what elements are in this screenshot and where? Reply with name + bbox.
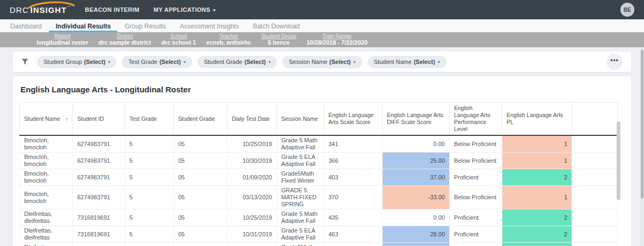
filter-pill-student-name[interactable]: Student Name(Select)▾ bbox=[368, 56, 447, 68]
cell-scale: 501 bbox=[324, 243, 383, 246]
drc-insight-logo[interactable]: DRC INSIGHT™ bbox=[10, 5, 71, 15]
tab-assessment-insights[interactable]: Assessment Insights bbox=[173, 19, 246, 32]
cell-scale: 366 bbox=[324, 153, 383, 169]
cell-spacer bbox=[572, 186, 618, 209]
table-row: Bmocloh, bmocloh627498379150501/09/2020G… bbox=[20, 169, 618, 186]
chevron-down-icon: ▾ bbox=[184, 60, 186, 64]
filter-pill-test-grade[interactable]: Test Grade(Select)▾ bbox=[122, 56, 192, 68]
column-header-pl[interactable]: English Language Arts PL bbox=[502, 103, 572, 136]
cell-diff: 37.00 bbox=[383, 169, 450, 186]
window-scrollbar-track[interactable] bbox=[640, 47, 644, 246]
context-item-district: Districtdrc sample district bbox=[99, 33, 151, 46]
filter-pills: Student Group(Select)▾Test Grade(Select)… bbox=[37, 56, 452, 68]
cell-name: Bmocloh, bmocloh bbox=[20, 186, 73, 209]
context-value: longitudinal roster bbox=[36, 39, 89, 46]
filter-pill-student-grade[interactable]: Student Grade(Select)▾ bbox=[197, 56, 277, 68]
cell-id: 7316819691 bbox=[73, 226, 125, 243]
cell-id: 6274983791 bbox=[73, 186, 125, 209]
cell-session: Grade5Math Fixed Winter bbox=[277, 169, 324, 186]
cell-test-grade: 5 bbox=[125, 226, 174, 243]
cell-test-grade: 5 bbox=[125, 135, 174, 153]
cell-date: 01/09/2020 bbox=[228, 169, 277, 186]
column-header-student-grade[interactable]: Student Grade bbox=[174, 103, 228, 136]
filter-bar: Student Group(Select)▾Test Grade(Select)… bbox=[13, 52, 631, 72]
cell-pl: 2 bbox=[502, 243, 572, 246]
column-header-id[interactable]: Student ID bbox=[73, 103, 125, 136]
cell-date: 03/13/2020 bbox=[228, 186, 277, 209]
table-row: Dleifrettas, dleifrettas731681969150510/… bbox=[20, 226, 618, 243]
cell-scale: 370 bbox=[324, 186, 383, 209]
context-item-student-group: Student Group5 bence bbox=[261, 33, 296, 46]
cell-test-grade: 5 bbox=[125, 209, 174, 226]
table-row: Bmocloh, bmocloh627498379150510/30/2019G… bbox=[20, 153, 618, 169]
report-context-bar: Reportlongitudinal rosterDistrictdrc sam… bbox=[0, 32, 644, 47]
cell-pl: 2 bbox=[502, 169, 572, 186]
cell-name: Dleifrettas, dleifrettas bbox=[20, 226, 73, 243]
context-value: 10/28/2018 - 7/22/2020 bbox=[306, 39, 368, 46]
cell-perf: Proficient bbox=[450, 169, 502, 186]
context-item-date-range: Date Range10/28/2018 - 7/22/2020 bbox=[306, 33, 368, 46]
logo-swoosh-icon bbox=[27, 1, 75, 9]
chevron-down-icon: ▾ bbox=[213, 8, 216, 13]
chevron-down-icon: ▾ bbox=[108, 60, 110, 64]
table-vertical-scrollbar-thumb[interactable] bbox=[617, 121, 620, 200]
cell-id: 7316819691 bbox=[73, 209, 125, 226]
cell-id: 6274983791 bbox=[73, 169, 125, 186]
context-item-report: Reportlongitudinal roster bbox=[36, 33, 89, 46]
window-scrollbar-thumb[interactable] bbox=[641, 49, 643, 199]
column-header-perf[interactable]: English Language Arts Performance Level bbox=[450, 103, 502, 136]
cell-session: Grade 5 ELA Adaptive Fall bbox=[277, 153, 324, 169]
filter-funnel-icon[interactable] bbox=[21, 59, 28, 65]
cell-id: 7316819691 bbox=[73, 243, 125, 246]
cell-perf: Below Proficient bbox=[450, 186, 502, 209]
table-row: Bmocloh, bmocloh627498379150503/13/2020G… bbox=[20, 186, 618, 209]
table-header-row: Student Name↑Student IDTest GradeStudent… bbox=[20, 103, 618, 136]
longitudinal-roster-table: Student Name↑Student IDTest GradeStudent… bbox=[19, 102, 618, 246]
cell-date: 10/30/2019 bbox=[228, 153, 277, 169]
tab-group-results[interactable]: Group Results bbox=[118, 19, 173, 32]
context-value: ecneb, anitsirhc bbox=[206, 39, 251, 46]
context-value: 5 bence bbox=[261, 39, 296, 46]
cell-student-grade: 05 bbox=[174, 135, 228, 153]
user-avatar[interactable]: BE bbox=[620, 3, 634, 17]
cell-perf: Proficient bbox=[450, 209, 502, 226]
cell-spacer bbox=[572, 169, 618, 186]
more-options-button[interactable]: ••• bbox=[606, 54, 623, 70]
column-header-spacer[interactable] bbox=[572, 103, 618, 136]
cell-scale: 341 bbox=[324, 135, 383, 153]
table-row: Dleifrettas, dleifrettas731681969150510/… bbox=[20, 209, 618, 226]
my-applications-menu[interactable]: MY APPLICATIONS▾ bbox=[153, 6, 216, 13]
filter-pill-session-name[interactable]: Session Name(Select)▾ bbox=[282, 56, 362, 68]
tab-individual-results[interactable]: Individual Results bbox=[49, 19, 118, 32]
cell-student-grade: 05 bbox=[174, 209, 228, 226]
column-header-session[interactable]: Session Name bbox=[277, 103, 324, 136]
cell-perf: Below Proficient bbox=[450, 135, 502, 153]
cell-date: 10/25/2019 bbox=[228, 135, 277, 153]
cell-session: Grade 5 ELA Adaptive Fall bbox=[277, 226, 324, 243]
cell-pl: 2 bbox=[502, 209, 572, 226]
column-header-scale[interactable]: English Language Arts Scale Score bbox=[324, 103, 383, 136]
filter-pill-student-group[interactable]: Student Group(Select)▾ bbox=[37, 56, 116, 68]
cell-pl: 1 bbox=[502, 153, 572, 169]
column-header-test-grade[interactable]: Test Grade bbox=[125, 103, 174, 136]
tab-dashboard[interactable]: Dashboard bbox=[3, 19, 49, 32]
cell-pl: 2 bbox=[502, 226, 572, 243]
cell-test-grade: 5 bbox=[125, 243, 174, 246]
cell-test-grade: 5 bbox=[125, 153, 174, 169]
tab-batch-download[interactable]: Batch Download bbox=[246, 19, 306, 32]
cell-name: Bmocloh, bmocloh bbox=[20, 169, 73, 186]
logo-text-drc: DRC bbox=[10, 5, 29, 15]
cell-student-grade: 05 bbox=[174, 153, 228, 169]
cell-scale: 403 bbox=[324, 169, 383, 186]
column-header-date[interactable]: Daily Test Date bbox=[228, 103, 277, 136]
cell-test-grade: 5 bbox=[125, 186, 174, 209]
cell-date: 10/25/2019 bbox=[228, 209, 277, 226]
column-header-diff[interactable]: English Language Arts DIFF Scale Score bbox=[383, 103, 450, 136]
cell-scale: 463 bbox=[324, 226, 383, 243]
context-label: Report bbox=[36, 33, 89, 39]
cell-date: 01/09/2020 bbox=[228, 243, 277, 246]
column-header-name[interactable]: Student Name↑ bbox=[20, 103, 73, 136]
cell-spacer bbox=[572, 209, 618, 226]
cell-diff: 38.00 bbox=[383, 243, 450, 246]
context-label: District bbox=[99, 33, 151, 39]
